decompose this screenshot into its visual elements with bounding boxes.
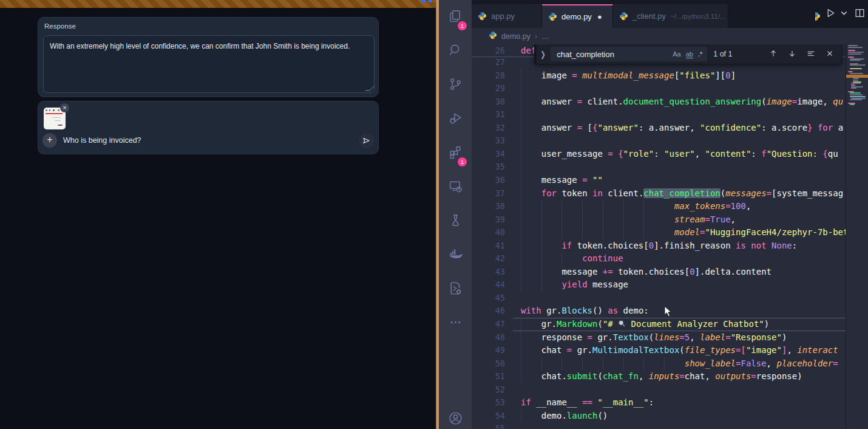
tab-_client.py[interactable]: _client.py~/.../python3.11/... <box>613 4 728 28</box>
code-line-55[interactable]: 55 <box>472 422 846 429</box>
line-number: 37 <box>472 187 505 201</box>
toggle-replace-chevron-icon[interactable]: ❯ <box>540 49 545 59</box>
whole-word-toggle[interactable]: ab <box>686 50 693 58</box>
code-line-50[interactable]: 50 show_label=False, placeholder= <box>472 357 846 371</box>
minimap-match-highlight <box>846 75 868 78</box>
python-file-icon <box>489 31 497 41</box>
activity-item-extensions[interactable]: 1 <box>439 136 472 170</box>
activity-item-account[interactable] <box>439 402 472 429</box>
gradio-app-panel: Response With an extremely high level of… <box>0 0 436 429</box>
code-line-28[interactable]: 28 image = multimodal_message["files"][0… <box>472 69 846 83</box>
line-number: 38 <box>472 200 505 213</box>
run-dropdown-chevron-icon[interactable] <box>839 8 849 21</box>
line-number: 55 <box>472 422 505 429</box>
minimap-line <box>853 78 859 79</box>
minimap-line <box>851 88 856 89</box>
file-gear-icon <box>448 281 463 298</box>
previous-match-button[interactable] <box>769 49 778 60</box>
code-line-54[interactable]: 54 demo.launch() <box>472 410 846 423</box>
minimap-line <box>850 99 862 100</box>
find-input[interactable] <box>555 49 670 60</box>
split-editor-button[interactable] <box>855 8 865 21</box>
minimap-line <box>848 53 861 55</box>
code-line-49[interactable]: 49 chat = gr.MultimodalTextbox(file_type… <box>472 344 846 357</box>
code-line-34[interactable]: 34 user_message = {"role": "user", "cont… <box>472 148 846 161</box>
minimap-line <box>850 60 861 61</box>
editor-actions <box>826 8 865 21</box>
code-line-30[interactable]: 30 answer = client.document_question_ans… <box>472 95 846 109</box>
code-line-35[interactable]: 35 <box>472 160 846 174</box>
activity-item-testing[interactable] <box>439 204 472 238</box>
minimap-line <box>850 58 864 60</box>
ellipsis-icon <box>448 315 463 332</box>
activity-item-docker[interactable] <box>439 238 472 272</box>
minimap[interactable] <box>846 44 868 429</box>
activity-item-code-runner[interactable] <box>439 272 472 306</box>
code-line-38[interactable]: 38 max_tokens=100, <box>472 200 846 213</box>
code-line-31[interactable]: 31 <box>472 108 846 122</box>
code-line-40[interactable]: 40 model="HuggingFaceH4/zephyr-7b-beta <box>472 226 846 239</box>
minimap-line <box>848 71 853 72</box>
code-line-36[interactable]: 36 message = "" <box>472 174 846 187</box>
activity-item-run-debug[interactable] <box>439 102 472 136</box>
activity-item-explorer[interactable]: 1 <box>439 0 472 34</box>
code-editor[interactable]: 26def ❯ Aa ab .* 1 of 1 <box>472 44 868 429</box>
line-number: 49 <box>472 344 505 357</box>
activity-item-remote-explorer[interactable] <box>439 170 472 204</box>
code-line-37[interactable]: 37 for token in client.chat_completion(m… <box>472 187 846 201</box>
close-find-button[interactable] <box>826 49 834 60</box>
chat-message-input[interactable]: Who is being invoiced? <box>63 136 141 145</box>
activity-badge: 1 <box>458 21 467 30</box>
tab-demo.py[interactable]: demo.py● <box>542 4 613 28</box>
minimap-line <box>850 68 862 69</box>
breadcrumb-symbol[interactable]: … <box>541 32 549 41</box>
code-line-45[interactable]: 45 <box>472 292 846 305</box>
add-attachment-button[interactable]: + <box>42 133 57 148</box>
code-line-33[interactable]: 33 <box>472 134 846 148</box>
code-line-47[interactable]: 47 gr.Markdown("# Document Analyzer Chat… <box>472 318 846 331</box>
match-case-toggle[interactable]: Aa <box>673 50 680 58</box>
run-debug-icon <box>448 111 463 128</box>
remove-attachment-button[interactable]: × <box>60 103 69 112</box>
find-widget: ❯ Aa ab .* 1 of 1 <box>534 44 842 64</box>
code-line-48[interactable]: 48 response = gr.Textbox(lines=5, label=… <box>472 331 846 345</box>
response-textarea[interactable]: With an extremely high level of confiden… <box>43 35 375 93</box>
line-number: 35 <box>472 160 505 174</box>
code-line-41[interactable]: 41 if token.choices[0].finish_reason is … <box>472 239 846 253</box>
response-label: Response <box>44 22 76 30</box>
code-line-51[interactable]: 51 chat.submit(chat_fn, inputs=chat, out… <box>472 370 846 383</box>
activity-item-search[interactable] <box>439 34 472 68</box>
code-line-43[interactable]: 43 message += token.choices[0].delta.con… <box>472 266 846 279</box>
code-line-52[interactable]: 52 <box>472 383 846 397</box>
line-number: 44 <box>472 278 505 292</box>
minimap-line <box>850 73 863 74</box>
tab-description: ~/.../python3.11/... <box>670 13 726 20</box>
next-match-button[interactable] <box>788 49 796 60</box>
find-input-box: Aa ab .* <box>551 47 707 61</box>
docker-icon <box>448 247 463 264</box>
find-results-count: 1 of 1 <box>713 50 732 58</box>
overflow-tab-python-icon[interactable] <box>815 12 821 21</box>
activity-item-source-control[interactable] <box>439 68 472 102</box>
find-widget-sash[interactable] <box>535 44 537 64</box>
code-line-29[interactable]: 29 <box>472 82 846 95</box>
code-line-53[interactable]: 53if __name__ == "__main__": <box>472 396 846 410</box>
code-line-42[interactable]: 42 continue <box>472 252 846 266</box>
top-stripe-bar <box>0 0 436 8</box>
activity-item-more[interactable] <box>439 306 472 340</box>
top-blue-fragment <box>421 0 426 2</box>
send-button[interactable] <box>359 133 374 148</box>
regex-toggle[interactable]: .* <box>698 50 702 58</box>
line-number: 29 <box>472 82 505 95</box>
breadcrumb: demo.py › … <box>472 28 868 44</box>
run-python-file-button[interactable] <box>826 8 836 21</box>
remote-explorer-icon <box>448 179 463 196</box>
line-number: 36 <box>472 174 505 187</box>
find-in-selection-button[interactable] <box>807 49 815 60</box>
code-line-46[interactable]: 46with gr.Blocks() as demo: <box>472 304 846 318</box>
code-line-32[interactable]: 32 answer = [{"answer": a.answer, "confi… <box>472 122 846 135</box>
breadcrumb-file[interactable]: demo.py <box>501 32 531 41</box>
code-line-39[interactable]: 39 stream=True, <box>472 213 846 227</box>
code-line-44[interactable]: 44 yield message <box>472 278 846 292</box>
tab-app.py[interactable]: app.py <box>472 4 542 28</box>
